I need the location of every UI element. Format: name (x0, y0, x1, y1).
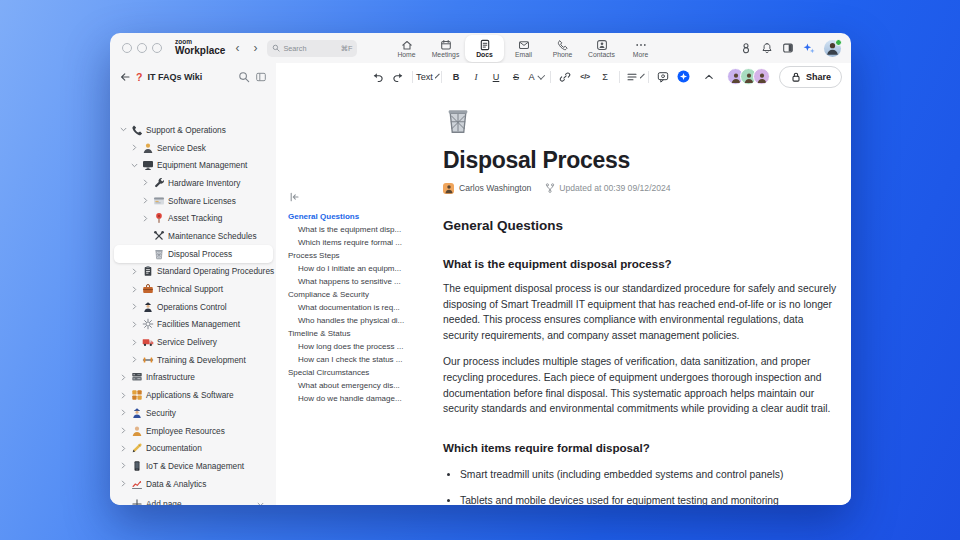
outline-item-process-steps[interactable]: Process Steps (288, 249, 440, 262)
outline-item-what-documentation-is-req[interactable]: What documentation is req... (288, 301, 440, 314)
nav-back-button[interactable]: ‹ (231, 42, 243, 54)
wiki-collapse-sidebar-icon[interactable] (255, 71, 267, 83)
chevron-down-icon[interactable] (129, 161, 139, 170)
add-page-button[interactable]: Add page (114, 495, 273, 505)
chevron-right-icon[interactable] (129, 143, 139, 152)
sidebar-item-documentation[interactable]: Documentation (114, 439, 273, 457)
sidebar-item-label: Data & Analytics (146, 479, 206, 489)
sidebar-item-technical-support[interactable]: Technical Support (114, 280, 273, 298)
chevron-down-icon[interactable] (118, 125, 128, 134)
sidebar-item-training-development[interactable]: Training & Development (114, 351, 273, 369)
chevron-right-icon[interactable] (140, 196, 150, 205)
sidebar-item-employee-resources[interactable]: Employee Resources (114, 422, 273, 440)
sidebar-item-label: Disposal Process (168, 249, 232, 259)
chevron-right-icon[interactable] (118, 479, 128, 488)
chevron-right-icon[interactable] (118, 461, 128, 470)
tab-docs[interactable]: Docs (465, 35, 504, 62)
chevron-right-icon[interactable] (118, 373, 128, 382)
tab-contacts[interactable]: Contacts (582, 35, 621, 62)
tab-phone[interactable]: Phone (543, 35, 582, 62)
sidebar-item-applications-software[interactable]: Applications & Software (114, 386, 273, 404)
sidebar-item-hardware-inventory[interactable]: Hardware Inventory (114, 174, 273, 192)
outline-item-how-do-i-initiate-an-equipm[interactable]: How do I initiate an equipm... (288, 262, 440, 275)
outline-item-special-circumstances[interactable]: Special Circumstances (288, 366, 440, 379)
document-canvas[interactable]: Disposal Process Carlos Washington Updat… (443, 90, 837, 505)
outline-item-what-happens-to-sensitive[interactable]: What happens to sensitive ... (288, 275, 440, 288)
underline-button[interactable]: U (486, 68, 506, 86)
outline-item-who-handles-the-physical-di[interactable]: Who handles the physical di... (288, 314, 440, 327)
outline-item-general-questions[interactable]: General Questions (288, 210, 440, 223)
equation-button[interactable]: Σ (595, 68, 615, 86)
outline-item-what-about-emergency-dis[interactable]: What about emergency dis... (288, 379, 440, 392)
link-button[interactable] (555, 68, 575, 86)
outline-item-timeline-status[interactable]: Timeline & Status (288, 327, 440, 340)
sidebar-item-iot-device-management[interactable]: IoT & Device Management (114, 457, 273, 475)
side-panel-toggle-icon[interactable] (782, 42, 794, 54)
code-button[interactable]: </> (575, 68, 595, 86)
sidebar-item-facilities-management[interactable]: Facilities Management (114, 316, 273, 334)
sidebar-item-security[interactable]: Security (114, 404, 273, 422)
chevron-right-icon[interactable] (129, 320, 139, 329)
maximize-window-button[interactable] (152, 43, 162, 53)
history-icon[interactable] (740, 42, 752, 54)
comment-button[interactable] (653, 68, 673, 86)
text-style-dropdown[interactable]: Text (417, 68, 437, 86)
tab-email[interactable]: Email (504, 35, 543, 62)
tab-more[interactable]: More (621, 35, 660, 62)
chevron-right-icon[interactable] (129, 302, 139, 311)
sidebar-item-infrastructure[interactable]: Infrastructure (114, 369, 273, 387)
chevron-right-icon[interactable] (140, 178, 150, 187)
chevron-right-icon[interactable] (140, 214, 150, 223)
undo-button[interactable] (368, 68, 388, 86)
chevron-right-icon[interactable] (129, 338, 139, 347)
outline-item-how-can-i-check-the-status[interactable]: How can I check the status ... (288, 353, 440, 366)
sidebar-item-asset-tracking[interactable]: Asset Tracking (114, 209, 273, 227)
back-arrow-icon[interactable] (119, 71, 131, 83)
chevron-right-icon[interactable] (118, 391, 128, 400)
tab-home[interactable]: Home (387, 35, 426, 62)
chevron-right-icon[interactable] (129, 285, 139, 294)
redo-button[interactable] (388, 68, 408, 86)
chevron-right-icon[interactable] (129, 267, 139, 276)
outline-item-how-long-does-the-process[interactable]: How long does the process ... (288, 340, 440, 353)
list-align-dropdown[interactable] (624, 68, 644, 86)
text-color-dropdown[interactable]: A (526, 68, 546, 86)
sidebar-item-equipment-management[interactable]: Equipment Management (114, 156, 273, 174)
strikethrough-button[interactable]: S (506, 68, 526, 86)
outline-item-how-do-we-handle-damage[interactable]: How do we handle damage... (288, 392, 440, 405)
sidebar-item-service-delivery[interactable]: Service Delivery (114, 333, 273, 351)
ai-companion-button[interactable] (673, 68, 693, 86)
sidebar-item-standard-operating-procedures[interactable]: Standard Operating Procedures (114, 263, 273, 281)
nav-forward-button[interactable]: › (249, 42, 261, 54)
chevron-right-icon[interactable] (129, 355, 139, 364)
minimize-window-button[interactable] (137, 43, 147, 53)
italic-button[interactable]: I (466, 68, 486, 86)
chevron-right-icon[interactable] (118, 408, 128, 417)
chevron-right-icon[interactable] (118, 426, 128, 435)
global-search-input[interactable]: Search ⌘F (267, 40, 357, 57)
sidebar-item-support-operations[interactable]: Support & Operations (114, 121, 273, 139)
share-button[interactable]: Share (779, 66, 842, 88)
sidebar-item-software-licenses[interactable]: Software Licenses (114, 192, 273, 210)
bold-button[interactable]: B (446, 68, 466, 86)
notifications-bell-icon[interactable] (761, 42, 773, 54)
outline-collapse-button[interactable] (288, 191, 440, 203)
outline-item-compliance-security[interactable]: Compliance & Security (288, 288, 440, 301)
outline-item-what-is-the-equipment-disp[interactable]: What is the equipment disp... (288, 223, 440, 236)
outline-item-which-items-require-formal[interactable]: Which items require formal ... (288, 236, 440, 249)
sidebar-item-maintenance-schedules[interactable]: Maintenance Schedules (114, 227, 273, 245)
close-window-button[interactable] (122, 43, 132, 53)
sidebar-item-operations-control[interactable]: Operations Control (114, 298, 273, 316)
sidebar-item-disposal-process[interactable]: Disposal Process (114, 245, 273, 263)
ai-companion-sparkle-icon[interactable] (803, 42, 815, 54)
tab-meetings[interactable]: Meetings (426, 35, 465, 62)
sidebar-item-service-desk[interactable]: Service Desk (114, 139, 273, 157)
wiki-search-icon[interactable] (238, 71, 250, 83)
chevron-down-icon[interactable] (256, 500, 265, 505)
chevron-right-icon[interactable] (118, 444, 128, 453)
collapse-toolbar-button[interactable] (699, 68, 719, 86)
user-avatar[interactable] (824, 40, 841, 57)
tools-icon (153, 230, 165, 242)
sidebar-item-data-analytics[interactable]: Data & Analytics (114, 475, 273, 493)
collaborator-avatar[interactable] (753, 68, 770, 85)
